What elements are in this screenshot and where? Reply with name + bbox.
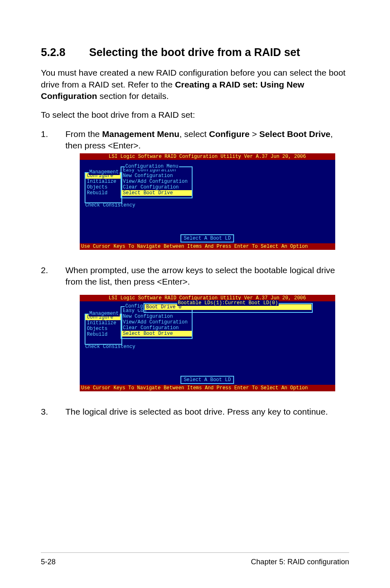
page-footer: 5-28 Chapter 5: RAID configuration — [41, 552, 349, 567]
step-number: 2. — [41, 265, 65, 402]
management-menu-title: Management — [89, 169, 120, 175]
bootable-lds-title: Bootable LDs(1):Current Boot LD(0) — [177, 300, 279, 306]
step-number: 1. — [41, 128, 65, 260]
management-menu-panel: Management Configure Initialize Objects … — [85, 314, 122, 345]
section-heading: 5.2.8Selecting the boot drive from a RAI… — [41, 45, 349, 60]
menu-item-check-consistency[interactable]: Check Consistency — [85, 344, 135, 350]
cfg-item-view-add[interactable]: View/Add Configuration — [121, 179, 192, 184]
bios-screenshot-1: LSI Logic Software RAID Configuration Ut… — [80, 153, 335, 250]
management-menu-title: Management — [89, 311, 120, 316]
cfg-item-clear[interactable]: Clear Configuration — [121, 325, 192, 331]
cfg-item-new[interactable]: New Configuration — [121, 173, 192, 179]
select-boot-popup: Select A Boot LD — [180, 376, 234, 384]
menu-item-initialize[interactable]: Initialize — [85, 179, 121, 184]
section-title: Selecting the boot drive from a RAID set — [89, 46, 300, 58]
intro-paragraph: You must have created a new RAID configu… — [41, 67, 349, 102]
config-label-fragment: Config — [121, 306, 143, 314]
bios-hint-bar: Use Cursor Keys To Navigate Between Item… — [80, 243, 335, 250]
cfg-item-new[interactable]: New Configuration — [121, 314, 192, 319]
step-3: 3. The logical drive is selected as boot… — [41, 406, 349, 417]
bios-hint-bar: Use Cursor Keys To Navigate Between Item… — [80, 385, 335, 391]
page-number: 5-28 — [41, 557, 56, 567]
cfg-item-select-boot[interactable]: Select Boot Drive — [121, 190, 192, 196]
lead-in-paragraph: To select the boot drive from a RAID set… — [41, 109, 349, 121]
menu-item-rebuild[interactable]: Rebuild — [85, 332, 121, 337]
cfg-item-view-add[interactable]: View/Add Configuration — [121, 319, 192, 325]
configuration-menu-panel: Configuration Menu Easy Configuration Ne… — [121, 166, 193, 198]
cfg-item-clear[interactable]: Clear Configuration — [121, 184, 192, 190]
menu-item-rebuild[interactable]: Rebuild — [85, 190, 121, 196]
cfg-item-select-boot[interactable]: Select Boot Drive — [121, 331, 192, 337]
select-boot-popup: Select A Boot LD — [180, 234, 234, 242]
chapter-label: Chapter 5: RAID configuration — [251, 557, 349, 567]
bios-screenshot-2: LSI Logic Software RAID Configuration Ut… — [80, 295, 335, 391]
menu-item-check-consistency[interactable]: Check Consistency — [85, 202, 135, 208]
step-3-text: The logical drive is selected as boot dr… — [65, 407, 328, 416]
menu-item-initialize[interactable]: Initialize — [85, 320, 121, 326]
bios-title-bar: LSI Logic Software RAID Configuration Ut… — [80, 153, 335, 160]
management-menu-panel: Management Configure Initialize Objects … — [85, 172, 122, 203]
step-1: 1. From the Management Menu, select Conf… — [41, 128, 349, 260]
step-2: 2. When prompted, use the arrow keys to … — [41, 265, 349, 402]
configuration-menu-title: Configuration Menu — [125, 164, 179, 169]
step-2-text: When prompted, use the arrow keys to sel… — [65, 265, 335, 286]
bootable-lds-panel: Bootable LDs(1):Current Boot LD(0) Boot … — [143, 303, 313, 313]
menu-item-objects[interactable]: Objects — [85, 326, 121, 332]
menu-item-objects[interactable]: Objects — [85, 184, 121, 190]
section-number: 5.2.8 — [41, 45, 89, 60]
step-number: 3. — [41, 406, 65, 417]
